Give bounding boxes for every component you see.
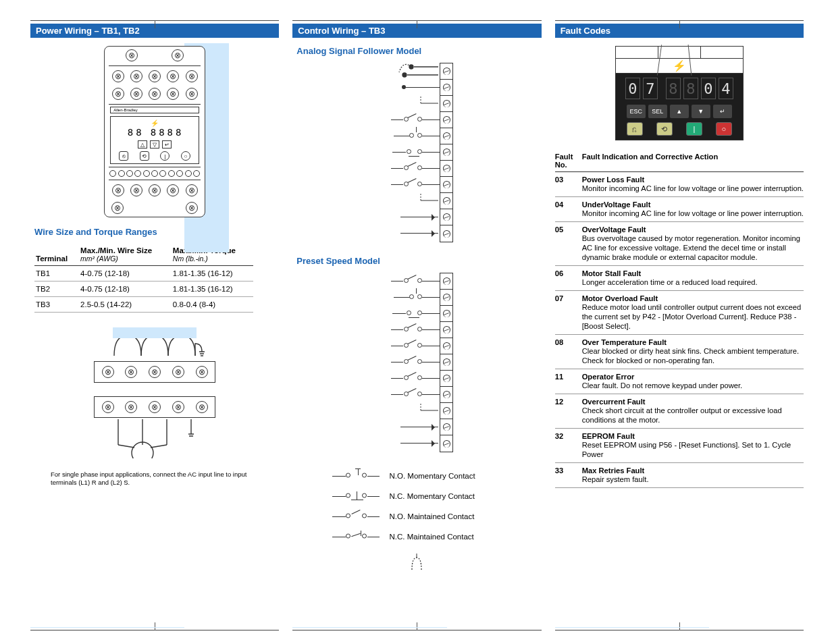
fault-table: FaultNo. Fault Indication and Corrective… bbox=[555, 150, 804, 488]
nc-momentary-icon bbox=[332, 490, 380, 502]
table-row: TB24-0.75 (12-18)1.81-1.35 (16-12) bbox=[34, 281, 253, 297]
sel-key: SEL bbox=[648, 105, 667, 118]
nc-momentary-label: N.C. Momentary Contact bbox=[389, 492, 475, 500]
fault-row: 06Motor Stall FaultLonger acceleration t… bbox=[555, 266, 804, 291]
fault-row: 11Operator ErrorClear fault. Do not remo… bbox=[555, 369, 804, 394]
preset-header: Preset Speed Model bbox=[292, 256, 541, 266]
table-row: TB14-0.75 (12-18)1.81-1.35 (16-12) bbox=[34, 266, 253, 281]
digit-3: 8 bbox=[666, 78, 681, 99]
device-label: Allen-Bradley bbox=[110, 107, 199, 113]
analog-header: Analog Signal Follower Model bbox=[292, 46, 541, 56]
digit-4: 8 bbox=[683, 78, 698, 99]
down-key: ▼ bbox=[692, 105, 710, 118]
single-phase-footnote: For single phase input applications, con… bbox=[30, 466, 279, 487]
table-row: TB32.5-0.5 (14-22)0.8-0.4 (8-4) bbox=[34, 297, 253, 313]
digit-1: 0 bbox=[625, 78, 640, 99]
fault-row: 03Power Loss FaultMonitor incoming AC li… bbox=[555, 172, 804, 197]
rev-icon: ⟲ bbox=[656, 122, 673, 136]
th-terminal: Terminal bbox=[34, 244, 79, 266]
no-momentary-label: N.O. Momentary Contact bbox=[389, 472, 475, 480]
no-momentary-icon bbox=[332, 470, 380, 482]
fault-row: 07Motor Overload FaultReduce motor load … bbox=[555, 291, 804, 335]
stop-icon: ○ bbox=[716, 122, 732, 136]
column-control-wiring: Control Wiring – TB3 Analog Signal Follo… bbox=[292, 20, 541, 630]
tb3-analog-figure bbox=[292, 63, 541, 242]
no-maintained-label: N.O. Maintained Contact bbox=[389, 512, 474, 520]
wire-table: Terminal Max./Min. Wire Sizemm² (AWG) Ma… bbox=[34, 244, 253, 313]
fault-action-header: Fault Indication and Corrective Action bbox=[582, 153, 804, 169]
enter-key: ↵ bbox=[713, 105, 732, 118]
column-power-wiring: Power Wiring – TB1, TB2 Allen-Bradley ⚡ … bbox=[30, 20, 279, 630]
tb3-preset-figure bbox=[292, 273, 541, 452]
jog-icon: ⎌ bbox=[627, 122, 643, 136]
fault-row: 05OverVoltage FaultBus overvoltage cause… bbox=[555, 222, 804, 266]
digit-5: 0 bbox=[701, 78, 716, 99]
potentiometer-icon bbox=[332, 554, 501, 572]
nc-maintained-icon bbox=[332, 531, 380, 543]
device-figure: Allen-Bradley ⚡ 888888 △▽↵ ⎋⟲|○ bbox=[30, 46, 279, 217]
fault-row: 12Overcurrent FaultCheck short circuit a… bbox=[555, 394, 804, 429]
fault-no-header: FaultNo. bbox=[555, 153, 582, 169]
up-key: ▲ bbox=[670, 105, 689, 118]
fault-row: 32EEPROM FaultReset EEPROM using P56 - [… bbox=[555, 429, 804, 463]
digit-6: 4 bbox=[719, 78, 733, 99]
contact-legend: N.O. Momentary Contact N.C. Momentary Co… bbox=[332, 466, 501, 572]
svg-rect-0 bbox=[113, 327, 197, 338]
fault-row: 04UnderVoltage FaultMonitor incoming AC … bbox=[555, 197, 804, 222]
wire-size-header: Wire Size and Torque Ranges bbox=[30, 227, 279, 237]
column-fault-codes: Fault Codes ⚡ 0 7 8 8 0 4 ESC SEL bbox=[555, 20, 804, 630]
esc-key: ESC bbox=[627, 105, 646, 118]
input-wiring-figure bbox=[30, 326, 279, 461]
no-maintained-icon bbox=[332, 510, 380, 522]
digit-2: 7 bbox=[643, 78, 658, 99]
bolt-icon: ⚡ bbox=[615, 58, 744, 73]
fault-row: 33Max Retries FaultRepair system fault. bbox=[555, 463, 804, 488]
nc-maintained-label: N.C. Maintained Contact bbox=[389, 533, 473, 541]
th-wire: Max./Min. Wire Sizemm² (AWG) bbox=[79, 244, 172, 266]
fault-display-figure: ⚡ 0 7 8 8 0 4 ESC SEL ▲ ▼ ↵ bbox=[555, 46, 804, 140]
start-icon: | bbox=[686, 122, 702, 136]
fault-row: 08Over Temperature FaultClear blocked or… bbox=[555, 335, 804, 369]
svg-point-3 bbox=[402, 73, 407, 77]
